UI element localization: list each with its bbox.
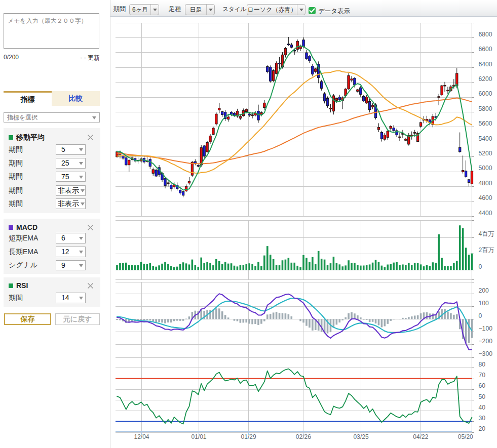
svg-text:5200: 5200 [479,150,492,157]
svg-text:20: 20 [479,425,486,432]
svg-text:0: 0 [479,312,482,319]
svg-text:2百万: 2百万 [479,247,494,254]
svg-text:02/26: 02/26 [296,433,311,440]
svg-text:60: 60 [479,382,486,389]
svg-text:40: 40 [479,404,486,411]
svg-text:12/04: 12/04 [134,433,149,440]
svg-text:200: 200 [479,287,489,294]
svg-text:5000: 5000 [479,165,492,172]
svg-text:30: 30 [479,415,486,422]
svg-text:6600: 6600 [479,46,492,53]
svg-text:5600: 5600 [479,120,492,127]
svg-text:4400: 4400 [479,210,492,217]
svg-text:−300: −300 [479,350,493,357]
svg-text:6800: 6800 [479,31,492,38]
svg-text:03/25: 03/25 [354,433,369,440]
svg-text:−200: −200 [479,338,493,345]
svg-text:04/22: 04/22 [413,433,428,440]
svg-text:5400: 5400 [479,135,492,142]
svg-text:6000: 6000 [479,90,492,97]
svg-text:4百万: 4百万 [479,230,494,237]
svg-text:−100: −100 [479,325,493,332]
svg-text:5800: 5800 [479,105,492,112]
svg-text:0: 0 [479,263,482,270]
svg-text:100: 100 [479,300,489,307]
svg-text:6400: 6400 [479,61,492,68]
svg-text:70: 70 [479,372,486,379]
svg-text:05/20: 05/20 [458,433,473,440]
svg-text:01/01: 01/01 [191,433,206,440]
svg-text:4600: 4600 [479,194,492,201]
svg-text:4800: 4800 [479,180,492,187]
svg-text:50: 50 [479,393,486,400]
svg-text:80: 80 [479,361,486,368]
svg-text:01/29: 01/29 [241,433,256,440]
svg-text:6200: 6200 [479,75,492,83]
